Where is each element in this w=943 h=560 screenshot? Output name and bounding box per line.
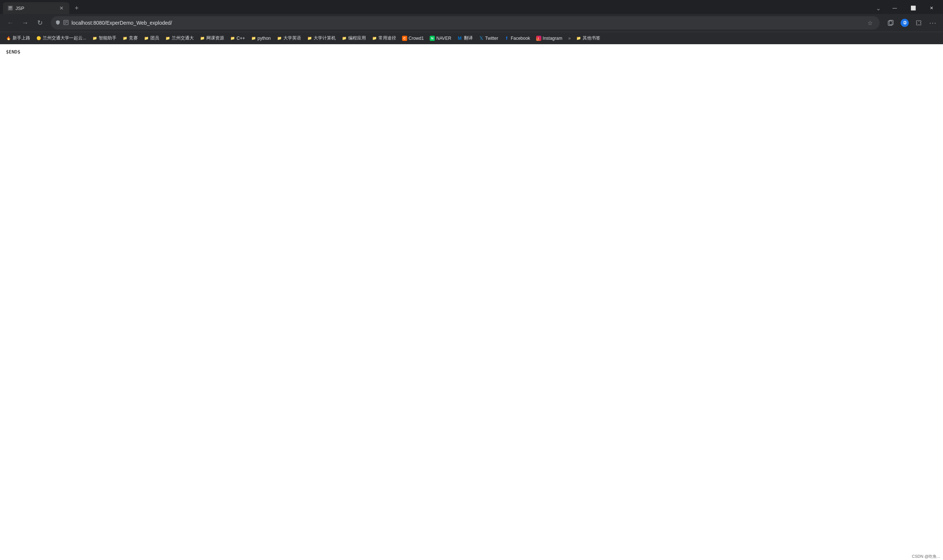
bookmark-favicon-crowd: C	[402, 36, 407, 41]
bookmark-label: 新手上路	[12, 35, 30, 41]
bookmark-favicon-folder3: 📁	[144, 36, 149, 41]
browser-chrome: JSP ✕ + ⌄ — ⬜ ✕ ← → ↻	[0, 0, 943, 44]
bookmark-favicon-folder6: 📁	[230, 36, 235, 41]
bookmark-lzjtu[interactable]: 🟡 兰州交通大学一起云...	[33, 34, 89, 43]
active-tab[interactable]: JSP ✕	[3, 2, 69, 14]
bookmark-jingsai[interactable]: 📁 竞赛	[119, 34, 141, 43]
tab-close-button[interactable]: ✕	[58, 5, 65, 11]
bookmark-crowd1[interactable]: C Crowd1	[399, 34, 427, 42]
svg-rect-4	[9, 9, 11, 9]
bookmark-twitter[interactable]: 𝕏 Twitter	[476, 34, 501, 42]
bookmark-label: 翻译	[464, 35, 473, 41]
bookmark-label: 网课资源	[206, 35, 224, 41]
bookmark-favicon-folder5: 📁	[200, 36, 205, 41]
status-bar: CSDN @吃鱼...	[909, 553, 943, 560]
bookmark-label: 大学计算机	[314, 35, 336, 41]
bookmark-wangke[interactable]: 📁 网课资源	[197, 34, 227, 43]
toolbar-right: ② ⋯	[884, 16, 939, 29]
back-button[interactable]: ←	[4, 16, 17, 29]
bookmark-label: 团员	[150, 35, 159, 41]
window-controls: — ⬜ ✕	[886, 2, 940, 14]
bookmark-favicon-folder7: 📁	[251, 36, 256, 41]
bookmark-favicon-folder4: 📁	[165, 36, 170, 41]
status-text: CSDN @吃鱼...	[912, 554, 940, 558]
bookmark-favicon-translate: M	[457, 36, 463, 41]
bookmark-favicon-twitter: 𝕏	[479, 36, 484, 41]
forward-button[interactable]: →	[18, 16, 32, 29]
bookmark-english[interactable]: 📁 大学英语	[274, 34, 304, 43]
svg-rect-2	[9, 7, 12, 8]
new-tab-button[interactable]: +	[71, 3, 82, 13]
bookmark-label: python	[258, 36, 271, 41]
bookmark-favicon-fire: 🔥	[6, 36, 11, 41]
bookmark-label: Instagram	[543, 36, 562, 41]
bookmark-zhineng[interactable]: 📁 智能助手	[89, 34, 119, 43]
bookmark-facebook[interactable]: f Facebook	[501, 34, 533, 42]
bookmarks-more-button[interactable]: »	[566, 34, 573, 42]
bookmark-label: C++	[237, 36, 245, 41]
address-bar-container: ☆	[51, 16, 880, 29]
tab-favicon-icon	[8, 5, 13, 11]
collections-button[interactable]	[884, 16, 897, 29]
refresh-button[interactable]: ↻	[33, 16, 46, 29]
bookmark-label: NAVER	[436, 36, 451, 41]
bookmark-favicon-facebook: f	[504, 36, 509, 41]
page-content: $END$	[0, 44, 943, 560]
bookmark-computer[interactable]: 📁 大学计算机	[304, 34, 338, 43]
bookmark-changyong[interactable]: 📁 常用途径	[369, 34, 399, 43]
bookmark-naver[interactable]: N NAVER	[427, 34, 454, 42]
bookmark-favicon-naver: N	[430, 36, 435, 41]
bookmark-favicon-folder10: 📁	[342, 36, 347, 41]
address-input[interactable]	[71, 20, 862, 26]
close-button[interactable]: ✕	[923, 2, 940, 14]
page-icon	[63, 20, 69, 26]
toolbar: ← → ↻ ☆	[0, 14, 943, 32]
bookmark-label: 其他书签	[583, 35, 600, 41]
bookmark-favicon-instagram: I	[536, 36, 541, 41]
tab-controls: ⌄	[874, 4, 883, 12]
bookmark-label: 常用途径	[378, 35, 396, 41]
bookmark-tuanyuan[interactable]: 📁 团员	[141, 34, 162, 43]
tab-bar: JSP ✕ + ⌄ — ⬜ ✕	[0, 0, 943, 14]
bookmark-cpp[interactable]: 📁 C++	[227, 34, 248, 42]
page-text: $END$	[6, 49, 20, 54]
menu-button[interactable]: ⋯	[926, 16, 939, 29]
bookmark-favicon-folder2: 📁	[122, 36, 128, 41]
bookmark-translate[interactable]: M 翻译	[454, 34, 476, 43]
bookmark-favicon-lzjtu: 🟡	[36, 36, 41, 41]
bookmark-xinshoushanglu[interactable]: 🔥 新手上路	[3, 34, 33, 43]
bookmark-label: Facebook	[511, 36, 530, 41]
bookmark-favicon-other: 📁	[576, 36, 581, 41]
bookmark-favicon-folder8: 📁	[277, 36, 282, 41]
bookmark-instagram[interactable]: I Instagram	[533, 34, 565, 42]
more-chevron-icon: »	[568, 36, 571, 41]
bookmark-lzjtu2[interactable]: 📁 兰州交通大	[162, 34, 197, 43]
bookmark-label: 竞赛	[129, 35, 138, 41]
bookmark-label: Crowd1	[409, 36, 424, 41]
bookmark-other[interactable]: 📁 其他书签	[573, 34, 603, 43]
bookmark-label: 兰州交通大学一起云...	[43, 35, 86, 41]
tab-search-button[interactable]: ⌄	[874, 4, 883, 12]
bookmark-programming[interactable]: 📁 编程应用	[338, 34, 369, 43]
security-icon	[55, 20, 60, 26]
bookmark-label: 兰州交通大	[172, 35, 194, 41]
tab-title: JSP	[15, 6, 56, 11]
bookmarks-bar: 🔥 新手上路 🟡 兰州交通大学一起云... 📁 智能助手 📁 竞赛 📁 团员 📁…	[0, 32, 943, 44]
bookmark-label: 编程应用	[348, 35, 366, 41]
extensions-button[interactable]	[912, 16, 925, 29]
bookmark-favicon-folder11: 📁	[372, 36, 377, 41]
bookmark-label: Twitter	[485, 36, 498, 41]
maximize-button[interactable]: ⬜	[905, 2, 921, 14]
profile-button[interactable]: ②	[898, 16, 911, 29]
bookmark-favicon-folder9: 📁	[307, 36, 312, 41]
bookmark-label: 大学英语	[283, 35, 301, 41]
minimize-button[interactable]: —	[886, 2, 903, 14]
bookmark-favicon-folder: 📁	[92, 36, 97, 41]
svg-rect-3	[9, 8, 12, 8]
bookmark-label: 智能助手	[99, 35, 117, 41]
bookmark-python[interactable]: 📁 python	[248, 34, 274, 42]
bookmark-star-button[interactable]: ☆	[865, 18, 875, 28]
